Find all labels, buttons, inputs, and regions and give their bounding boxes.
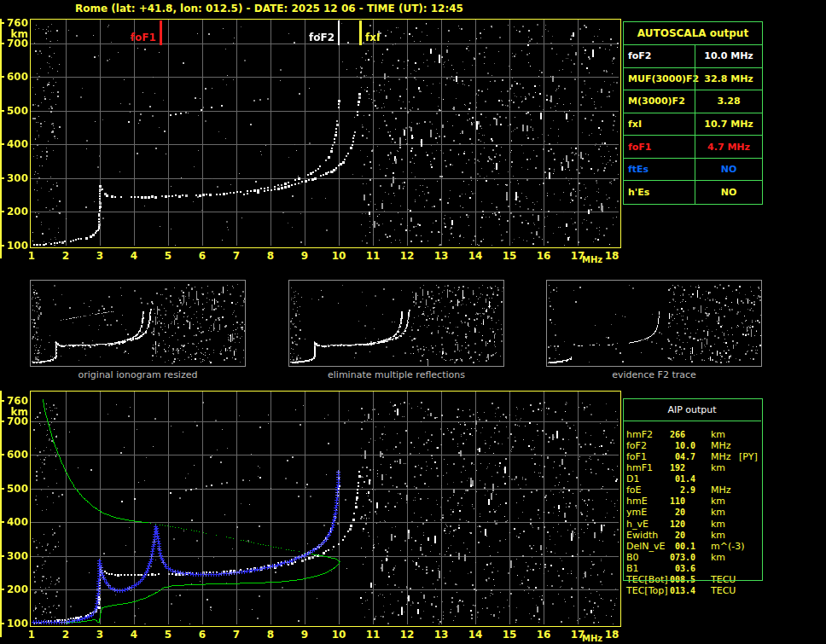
aip-row-B1: B1 03.6: [623, 563, 768, 574]
bottom-plot-x-label-9: 9: [294, 629, 315, 641]
autoscala-param-fxI: fxI: [624, 113, 695, 136]
thumbnail-eliminate-canvas: [289, 281, 503, 366]
thumbnail-evidence-f2: [546, 280, 762, 367]
bottom-plot-x-label-8: 8: [260, 629, 281, 641]
autoscala-screen: Rome (lat: +41.8, lon: 012.5) - DATE: 20…: [0, 0, 826, 644]
bottom-plot-y-label-100: 100: [2, 618, 28, 629]
aip-row-hmF1: hmF1192km: [623, 462, 768, 473]
bottom-plot-y-nub-100: [0, 623, 4, 624]
aip-v-hmF1: 192: [670, 463, 685, 473]
aip-table-title: AIP output: [623, 398, 761, 421]
aip-u-ymE: km: [711, 507, 725, 518]
top-plot-y-label-760: 760: [2, 17, 28, 29]
bottom-plot-y-nub-200: [0, 589, 4, 590]
aip-row-D1: D1 01.4: [623, 473, 768, 484]
autoscala-value-h'Es: NO: [695, 181, 762, 204]
aip-p-foF1: foF1: [626, 451, 647, 462]
aip-p-Ewidth: Ewidth: [626, 530, 658, 541]
aip-u-DelN_vE: m^(-3): [711, 541, 744, 552]
top-plot-y-nub-300: [0, 177, 4, 179]
aip-p-TEC[Top]: TEC[Top]: [626, 585, 668, 596]
aip-p-h_vE: h_vE: [626, 519, 649, 530]
top-plot-y-label-200: 200: [2, 206, 28, 218]
aip-p-DelN_vE: DelN_vE: [626, 541, 665, 552]
bottom-ionogram-canvas: [31, 392, 619, 624]
thumbnail-original-canvas: [31, 281, 245, 366]
top-plot-x-label-5: 5: [158, 250, 178, 262]
top-plot-x-unit: MHz: [582, 255, 611, 264]
top-plot-x-label-6: 6: [192, 250, 212, 262]
bottom-plot-x-label-15: 15: [499, 629, 520, 641]
aip-row-foF1: foF1 04.7MHz[PY]: [623, 451, 768, 462]
top-plot-y-nub-100: [0, 245, 4, 247]
aip-row-TEC[Bot]: TEC[Bot]008.5TECU: [623, 574, 768, 585]
bottom-ionogram-frame: [30, 391, 621, 627]
top-plot-x-label-14: 14: [465, 250, 486, 262]
top-plot-y-nub-700: [0, 43, 4, 44]
aip-row-foF2: foF2 10.0MHz: [623, 440, 768, 451]
page-title: Rome (lat: +41.8, lon: 012.5) - DATE: 20…: [75, 3, 463, 15]
autoscala-param-h'Es: h'Es: [624, 181, 695, 204]
aip-u-foF2: MHz: [711, 440, 731, 451]
thumbnail-eliminate-reflections: [288, 280, 504, 367]
bottom-plot-y-label-200: 200: [2, 583, 28, 595]
aip-p-D1: D1: [626, 473, 639, 484]
aip-v-hmF2: 266: [670, 430, 685, 439]
bottom-plot-y-nub-760: [0, 400, 4, 402]
bottom-plot-x-unit: MHz: [582, 634, 611, 643]
aip-u-hmF2: km: [711, 429, 725, 440]
bottom-plot-x-label-4: 4: [124, 629, 144, 641]
thumbnail-caption-eliminate: eliminate multiple reflections: [288, 369, 504, 380]
top-plot-y-nub-760: [0, 22, 4, 24]
top-plot-y-label-300: 300: [2, 172, 28, 184]
aip-v-TEC[Bot]: 008.5: [670, 575, 695, 584]
top-plot-y-label-600: 600: [2, 71, 28, 83]
marker-line-foF1: [160, 20, 162, 45]
aip-u-Ewidth: km: [711, 530, 725, 541]
autoscala-value-fxI: 10.7 MHz: [695, 113, 762, 136]
top-plot-x-label-7: 7: [226, 250, 247, 262]
aip-row-foE: foE 2.9MHz: [623, 484, 768, 496]
aip-v-B1: 03.6: [670, 564, 695, 573]
bottom-plot-left-axis-line: [0, 391, 2, 637]
aip-p-ymE: ymE: [626, 507, 647, 518]
aip-p-hmF1: hmF1: [626, 462, 653, 473]
bottom-plot-x-label-6: 6: [192, 629, 212, 641]
aip-p-B1: B1: [626, 563, 639, 574]
bottom-plot-x-label-16: 16: [533, 629, 554, 641]
aip-row-DelN_vE: DelN_vE 00.1m^(-3): [623, 541, 768, 552]
bottom-plot-y-nub-300: [0, 555, 4, 557]
thumbnail-caption-original: original ionogram resized: [30, 369, 246, 380]
aip-u-h_vE: km: [711, 519, 725, 530]
top-plot-x-label-1: 1: [21, 250, 42, 262]
aip-v-Ewidth: 20: [670, 531, 685, 540]
aip-row-ymE: ymE 20km: [623, 507, 768, 518]
autoscala-value-foF2: 10.0 MHz: [695, 45, 762, 68]
top-plot-y-nub-200: [0, 211, 4, 212]
bottom-plot-y-nub-400: [0, 521, 4, 523]
autoscala-param-MUF(3000)F2: MUF(3000)F2: [624, 68, 695, 91]
bottom-plot-x-label-7: 7: [226, 629, 247, 641]
thumbnail-caption-evidence: evidence F2 trace: [546, 369, 762, 380]
aip-u-hmE: km: [711, 496, 725, 507]
autoscala-value-MUF(3000)F2: 32.8 MHz: [695, 68, 762, 91]
aip-u-TEC[Bot]: TECU: [711, 574, 736, 585]
bottom-plot-x-label-13: 13: [431, 629, 451, 641]
autoscala-output-table: AUTOSCALA output foF210.0 MHzMUF(3000)F2…: [623, 21, 763, 205]
top-ionogram-frame: [30, 19, 621, 248]
aip-p-foE: foE: [626, 484, 642, 496]
aip-v-TEC[Top]: 013.4: [670, 586, 695, 595]
aip-v-foE: 2.9: [670, 485, 695, 495]
aip-v-B0: 073.0: [670, 553, 695, 562]
bottom-plot-x-label-11: 11: [363, 629, 383, 641]
aip-p-hmE: hmE: [626, 496, 648, 507]
aip-v-ymE: 20: [670, 508, 685, 517]
bottom-plot-x-label-14: 14: [465, 629, 486, 641]
aip-u-TEC[Top]: TECU: [711, 585, 736, 596]
aip-u-B0: km: [711, 552, 725, 563]
top-plot-x-label-9: 9: [294, 250, 315, 262]
aip-v-foF1: 04.7: [670, 452, 695, 461]
aip-v-foF2: 10.0: [670, 441, 695, 450]
autoscala-table-title: AUTOSCALA output: [624, 22, 762, 45]
top-plot-x-label-15: 15: [499, 250, 520, 262]
